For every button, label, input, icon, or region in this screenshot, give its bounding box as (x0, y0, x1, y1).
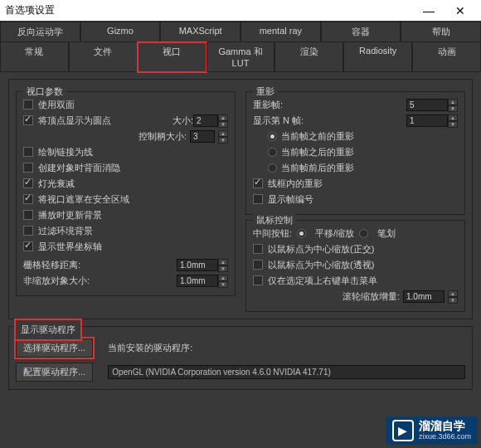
center-ortho-checkbox[interactable] (253, 244, 263, 254)
wheel-input[interactable]: 1.0mm (403, 290, 445, 303)
config-driver-button[interactable]: 配置驱动程序... (16, 363, 93, 382)
draw-links-checkbox[interactable] (23, 147, 33, 157)
close-button[interactable]: ✕ (445, 0, 476, 22)
wheel-spinner[interactable]: ▲▼ (448, 290, 458, 303)
rclick-menu-checkbox[interactable] (253, 275, 263, 285)
current-driver-value: OpenGL (NVIDIA Corporation version 4.6.0… (108, 365, 465, 379)
center-persp-label: 以鼠标点为中心缩放(透视) (268, 259, 374, 271)
pan-zoom-radio[interactable] (297, 229, 306, 238)
mmb-label: 中间按钮: (253, 227, 292, 240)
tab-maxscript[interactable]: MAXScript (160, 22, 240, 42)
watermark-title: 溜溜自学 (419, 420, 471, 432)
tab-gamma[interactable]: Gamma 和 LUT (206, 42, 275, 72)
ghost-frames-input[interactable]: 5 (406, 99, 448, 111)
ghost-nth-input[interactable]: 1 (406, 114, 448, 127)
grid-dist-input[interactable]: 1.0mm (177, 259, 218, 271)
update-bg-checkbox[interactable] (23, 210, 33, 220)
light-atten-checkbox[interactable] (23, 178, 33, 188)
draw-links-label: 绘制链接为线 (38, 146, 93, 158)
wheel-label: 滚轮缩放增量: (343, 290, 400, 303)
titlebar: 首选项设置 — ✕ (0, 0, 481, 22)
window-title: 首选项设置 (5, 3, 413, 17)
tab-viewports[interactable]: 视口 (138, 42, 206, 72)
vertex-dot-checkbox[interactable] (23, 115, 33, 125)
safe-frame-label: 将视口遮罩在安全区域 (38, 193, 129, 206)
ghost-wire-checkbox[interactable] (253, 178, 263, 188)
viewport-params-legend: 视口参数 (23, 85, 66, 98)
tab-gizmo[interactable]: Gizmo (80, 22, 161, 42)
ghost-both-label: 当前帧前后的重影 (281, 162, 354, 174)
handle-size-spinner[interactable]: ▲▼ (218, 130, 228, 143)
tab-animation[interactable]: 动画 (412, 42, 481, 72)
ghosting-legend: 重影 (253, 85, 278, 98)
tab-mentalray[interactable]: mental ray (240, 22, 321, 42)
center-ortho-label: 以鼠标点为中心缩放(正交) (268, 243, 374, 256)
center-persp-checkbox[interactable] (253, 260, 263, 270)
grid-dist-label: 栅格轻移距离: (23, 259, 80, 271)
viewport-params-group: 视口参数 使用双面 将顶点显示为圆点 大小: 2 ▲▼ 控制柄大小: 3 ▲▼ … (16, 91, 236, 296)
handle-size-input[interactable]: 3 (190, 130, 215, 143)
ghosting-group: 重影 重影帧: 5▲▼ 显示第 N 帧: 1▲▼ 当前帧之前的重影 当前帧之后的… (245, 91, 465, 215)
ghost-frames-label: 重影帧: (253, 99, 283, 111)
ghost-nth-spinner[interactable]: ▲▼ (448, 114, 458, 127)
watermark-url: zixue.3d66.com (419, 433, 471, 441)
mouse-group: 鼠标控制 中间按钮: 平移/缩放 笔划 以鼠标点为中心缩放(正交) 以鼠标点为中… (245, 220, 465, 312)
bg-create-checkbox[interactable] (23, 163, 33, 173)
ghost-before-label: 当前帧之前的重影 (281, 130, 354, 143)
driver-legend: 显示驱动程序 (16, 320, 80, 339)
ghost-num-label: 显示帧编号 (268, 193, 313, 206)
current-driver-label: 当前安装的驱动程序: (108, 342, 192, 354)
vertex-dot-label: 将顶点显示为圆点 (38, 114, 111, 127)
ghost-after-radio[interactable] (268, 148, 277, 157)
nonscale-label: 非缩放对象大小: (23, 275, 90, 287)
safe-frame-checkbox[interactable] (23, 194, 33, 204)
stroke-radio[interactable] (359, 229, 368, 238)
tab-help[interactable]: 帮助 (401, 22, 481, 42)
stroke-label: 笔划 (377, 227, 396, 240)
filter-env-label: 过滤环境背景 (38, 225, 93, 237)
play-icon: ▶ (392, 420, 414, 441)
ghost-wire-label: 线框内的重影 (268, 178, 323, 190)
grid-dist-spinner[interactable]: ▲▼ (218, 259, 228, 271)
bg-create-label: 创建对象时背面消隐 (38, 162, 120, 174)
nonscale-input[interactable]: 1.0mm (177, 275, 218, 287)
light-atten-label: 灯光衰减 (38, 178, 75, 190)
ghost-both-radio[interactable] (268, 163, 277, 173)
tabs-row-1: 反向运动学 Gizmo MAXScript mental ray 容器 帮助 (0, 22, 481, 42)
tab-ik[interactable]: 反向运动学 (0, 22, 80, 42)
main-fieldset: 视口参数 使用双面 将顶点显示为圆点 大小: 2 ▲▼ 控制柄大小: 3 ▲▼ … (8, 79, 473, 319)
filter-env-checkbox[interactable] (23, 226, 33, 236)
driver-group: 显示驱动程序 选择驱动程序... 当前安装的驱动程序: 配置驱动程序... Op… (8, 326, 473, 390)
world-axis-label: 显示世界坐标轴 (38, 241, 102, 253)
minimize-button[interactable]: — (413, 0, 445, 22)
ghost-after-label: 当前帧之后的重影 (281, 146, 354, 158)
pan-zoom-label: 平移/缩放 (315, 227, 354, 240)
ghost-nth-label: 显示第 N 帧: (253, 114, 304, 127)
tab-containers[interactable]: 容器 (321, 22, 401, 42)
ghost-num-checkbox[interactable] (253, 194, 263, 204)
use-dual-label: 使用双面 (38, 99, 75, 111)
mouse-legend: 鼠标控制 (253, 214, 296, 226)
size-input[interactable]: 2 (193, 114, 218, 127)
watermark: ▶ 溜溜自学 zixue.3d66.com (386, 416, 478, 445)
size-label: 大小: (172, 114, 193, 127)
nonscale-spinner[interactable]: ▲▼ (218, 275, 228, 287)
update-bg-label: 播放时更新背景 (38, 209, 102, 222)
size-spinner[interactable]: ▲▼ (218, 114, 228, 127)
ghost-before-radio[interactable] (268, 132, 277, 141)
ghost-frames-spinner[interactable]: ▲▼ (448, 99, 458, 111)
handle-size-label: 控制柄大小: (138, 130, 187, 143)
tab-render[interactable]: 渲染 (275, 42, 343, 72)
world-axis-checkbox[interactable] (23, 241, 33, 251)
use-dual-checkbox[interactable] (23, 100, 33, 110)
rclick-menu-label: 仅在选定项上右键单击菜单 (268, 275, 377, 287)
tab-radiosity[interactable]: Radiosity (343, 42, 412, 72)
tab-files[interactable]: 文件 (69, 42, 138, 72)
tab-general[interactable]: 常规 (0, 42, 69, 72)
tabs-row-2: 常规 文件 视口 Gamma 和 LUT 渲染 Radiosity 动画 (0, 42, 481, 72)
choose-driver-button[interactable]: 选择驱动程序... (16, 338, 93, 358)
